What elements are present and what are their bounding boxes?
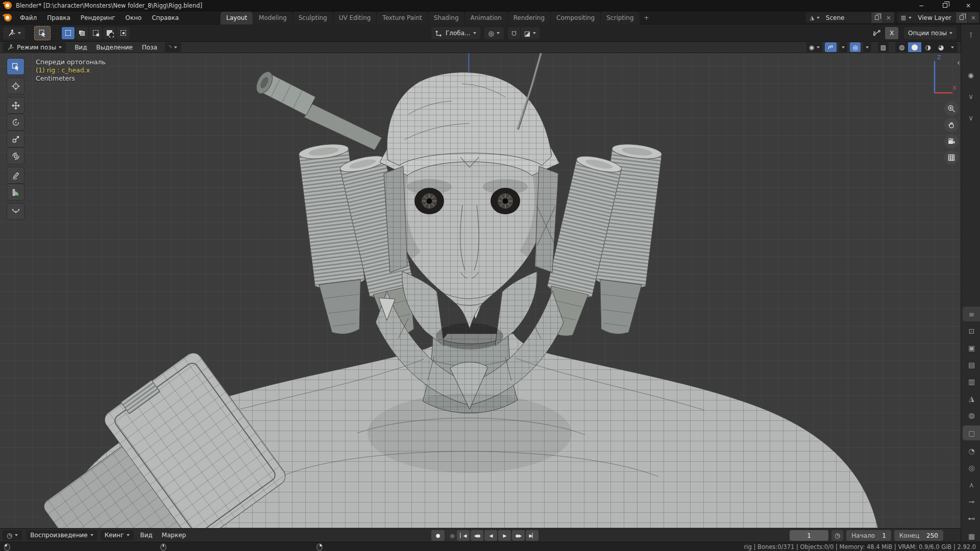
falloff-dropdown[interactable]: ◝	[165, 42, 181, 52]
delete-scene-button[interactable]: ×	[883, 12, 894, 23]
tab-scene[interactable]: ◮	[963, 391, 980, 406]
snap-target-dropdown[interactable]: ◪	[521, 27, 540, 39]
object-visibility-dropdown[interactable]: ◉	[806, 42, 822, 52]
delete-view-layer-button[interactable]: ×	[967, 12, 979, 23]
jump-to-start-button[interactable]: ▏◀	[457, 530, 470, 541]
timeline-view-menu[interactable]: Вид	[136, 530, 157, 540]
tool-settings-icon[interactable]: ⊺	[961, 29, 980, 42]
close-button[interactable]: ×	[957, 0, 980, 11]
jump-to-end-button[interactable]: ▶▏	[526, 530, 538, 541]
blender-menu-icon[interactable]	[4, 14, 12, 21]
frame-start-field[interactable]: Начало 1	[846, 530, 891, 541]
eye-icon[interactable]: ◉	[961, 68, 980, 82]
tool-cursor[interactable]	[7, 78, 24, 94]
select-mode-set[interactable]	[62, 27, 75, 39]
select-mode-subtract[interactable]	[89, 27, 102, 39]
sidebar-expand-arrow[interactable]: ‹	[957, 60, 960, 65]
next-keyframe-button[interactable]: ◆▶	[512, 530, 525, 541]
left-eye[interactable]	[414, 188, 444, 214]
tab-bone-constraints[interactable]: ⊷	[963, 511, 980, 525]
pivot-point-dropdown[interactable]: ◎	[484, 27, 504, 39]
shading-material-button[interactable]: ◑	[921, 42, 934, 52]
view-layer-icon[interactable]: ▥	[897, 14, 914, 21]
tab-object-data[interactable]: ⋏	[963, 477, 980, 492]
skull-cap[interactable]	[387, 72, 552, 165]
add-workspace-button[interactable]: +	[640, 12, 653, 24]
select-mode-intersect[interactable]	[117, 27, 130, 39]
show-overlays-toggle[interactable]: ◎	[850, 42, 860, 52]
tool-move[interactable]	[7, 97, 24, 113]
head-pipe[interactable]	[253, 69, 382, 150]
shading-solid-button[interactable]	[908, 42, 921, 52]
tab-shading[interactable]: Shading	[428, 12, 464, 24]
tab-texture[interactable]: ▦	[963, 529, 980, 543]
menu-window[interactable]: Окно	[120, 12, 147, 23]
tab-render[interactable]: ▣	[963, 340, 980, 355]
tab-modeling[interactable]: Modeling	[253, 12, 292, 24]
gizmo-options-dropdown[interactable]	[839, 42, 847, 52]
menu-select[interactable]: Выделение	[91, 43, 137, 52]
minimize-button[interactable]: −	[910, 0, 933, 11]
pan-button[interactable]	[944, 118, 959, 132]
tool-scale[interactable]	[7, 131, 24, 147]
toggle-ortho-button[interactable]	[944, 151, 959, 165]
use-preview-range-button[interactable]: ◷	[831, 530, 843, 541]
tool-select-box[interactable]	[7, 59, 24, 74]
menu-pose[interactable]: Поза	[137, 43, 162, 52]
chevron-down-icon[interactable]: ∨	[961, 90, 980, 103]
shading-rendered-button[interactable]: ◕	[935, 42, 947, 52]
tab-sculpting[interactable]: Sculpting	[293, 12, 333, 24]
3d-viewport[interactable]: Z X Спереди ортогональ (1) rig : c_head.…	[0, 53, 961, 528]
zoom-button[interactable]	[944, 102, 959, 116]
current-frame-field[interactable]: 1	[790, 530, 828, 541]
shading-options-dropdown[interactable]	[947, 42, 958, 52]
new-view-layer-button[interactable]	[955, 12, 967, 23]
tab-properties[interactable]: ≡	[963, 307, 980, 321]
tab-constraints[interactable]: ◎	[963, 460, 980, 475]
3d-model-monster-bust[interactable]: Z X	[0, 53, 961, 528]
tab-compositing[interactable]: Compositing	[551, 12, 600, 24]
menu-view[interactable]: Вид	[70, 43, 91, 52]
camera-view-button[interactable]	[944, 134, 959, 148]
menu-render[interactable]: Рендеринг	[76, 12, 120, 23]
mode-selector[interactable]: Режим позы	[3, 42, 66, 52]
tool-annotate[interactable]	[7, 167, 24, 183]
menu-file[interactable]: Файл	[15, 12, 42, 23]
restore-button[interactable]	[933, 0, 957, 11]
navigation-axis-gizmo[interactable]: Z X	[935, 54, 957, 93]
x-mirror-bone-icon[interactable]	[872, 29, 881, 37]
prev-keyframe-button[interactable]: ◀◆	[471, 530, 483, 541]
show-gizmo-toggle[interactable]	[825, 42, 837, 52]
tab-scripting[interactable]: Scripting	[601, 12, 639, 24]
tab-output[interactable]: ▤	[963, 357, 980, 372]
tool-pose-breakdowner[interactable]	[7, 204, 24, 219]
pose-options-dropdown[interactable]: Опции позы	[904, 27, 957, 39]
tab-animation[interactable]: Animation	[465, 12, 507, 24]
transform-orientation-dropdown[interactable]: Глоба...	[431, 27, 480, 39]
tab-active-tool[interactable]: ⊡	[963, 323, 980, 338]
active-tool-selector[interactable]	[3, 27, 25, 39]
new-scene-button[interactable]	[871, 12, 883, 23]
right-eye[interactable]	[491, 188, 520, 214]
tab-layout[interactable]: Layout	[220, 12, 253, 24]
x-axis-mirror-toggle[interactable]: X	[885, 27, 898, 39]
tab-physics[interactable]: ◔	[963, 443, 980, 458]
tool-transform[interactable]	[7, 148, 24, 164]
timeline-marker-menu[interactable]: Маркер	[157, 530, 191, 540]
backpack-plates[interactable]	[41, 349, 289, 528]
menu-edit[interactable]: Правка	[42, 12, 76, 23]
shading-wireframe-button[interactable]: ◍	[895, 42, 908, 52]
select-box-tool-button[interactable]	[34, 26, 51, 40]
record-button[interactable]: ●	[431, 530, 445, 541]
tab-bone[interactable]: ⊸	[963, 494, 980, 509]
select-mode-extend[interactable]	[76, 27, 88, 39]
tab-texture-paint[interactable]: Texture Paint	[377, 12, 427, 24]
tab-rendering[interactable]: Rendering	[508, 12, 550, 24]
scene-name[interactable]: Scene	[822, 14, 871, 21]
menu-help[interactable]: Справка	[146, 12, 184, 23]
xray-toggle[interactable]: ▨	[878, 42, 889, 52]
tab-object[interactable]: ▢	[963, 425, 980, 440]
snap-toggle[interactable]: Ω	[508, 27, 521, 39]
scene-icon[interactable]: ◮	[806, 14, 821, 21]
tool-rotate[interactable]	[7, 114, 24, 130]
